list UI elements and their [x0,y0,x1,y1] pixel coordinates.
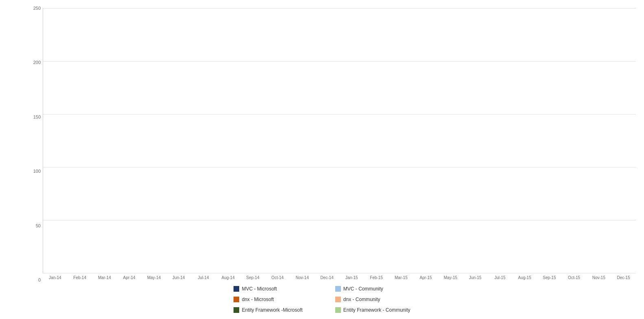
legend-label: MVC - Community [343,286,383,292]
chart-container: 250200150100500 Jan-14Feb-14Mar-14Apr-14… [0,0,644,319]
legend-item: Entity Framework -Microsoft [234,307,302,313]
x-tick: Jun-14 [166,273,191,280]
x-tick: Sep-14 [240,273,265,280]
legend-color [335,297,341,302]
y-tick: 0 [38,277,41,282]
x-tick: Feb-14 [68,273,92,280]
x-tick: Aug-14 [216,273,240,280]
y-tick: 100 [33,169,41,174]
x-tick: Jul-14 [191,273,216,280]
x-tick: Jul-15 [488,273,513,280]
legend-item: MVC - Community [335,286,410,292]
legend-label: Entity Framework - Community [343,307,410,313]
legend-color [335,307,341,313]
legend-color [234,307,239,313]
x-tick: Apr-15 [413,273,438,280]
legend: MVC - Microsoftdnx - MicrosoftEntity Fra… [8,280,636,315]
x-tick: Jun-15 [463,273,488,280]
y-axis: 250200150100500 [24,8,43,280]
legend-item: dnx - Microsoft [234,297,302,302]
y-tick: 250 [33,6,41,11]
y-tick: 50 [36,223,41,228]
legend-label: dnx - Microsoft [242,297,274,302]
x-tick: Mar-15 [389,273,414,280]
x-tick: Oct-15 [562,273,587,280]
legend-item: Entity Framework - Community [335,307,410,313]
x-tick: Nov-14 [290,273,315,280]
x-tick: Mar-14 [92,273,117,280]
x-tick: Aug-15 [512,273,537,280]
legend-label: MVC - Microsoft [242,286,277,292]
legend-color [335,286,341,292]
legend-label: dnx - Community [343,297,380,302]
x-tick: Dec-15 [611,273,636,280]
x-tick: Feb-15 [364,273,389,280]
chart-area: 250200150100500 Jan-14Feb-14Mar-14Apr-14… [24,8,636,280]
y-tick: 150 [33,114,41,119]
x-tick: Sep-15 [537,273,562,280]
y-tick: 200 [33,60,41,65]
plot-area [43,8,636,273]
x-tick: Nov-15 [587,273,611,280]
x-tick: May-14 [142,273,166,280]
x-tick: Oct-14 [265,273,290,280]
legend-item: dnx - Community [335,297,410,302]
x-tick: Apr-14 [117,273,142,280]
legend-item: MVC - Microsoft [234,286,302,292]
legend-color [234,286,239,292]
x-tick: Jan-15 [339,273,364,280]
legend-label: Entity Framework -Microsoft [242,307,302,313]
x-tick: Dec-14 [314,273,339,280]
grid-line [43,273,636,273]
x-tick: May-15 [438,273,463,280]
x-tick: Jan-14 [43,273,68,280]
legend-color [234,297,239,302]
x-axis: Jan-14Feb-14Mar-14Apr-14May-14Jun-14Jul-… [43,273,636,280]
